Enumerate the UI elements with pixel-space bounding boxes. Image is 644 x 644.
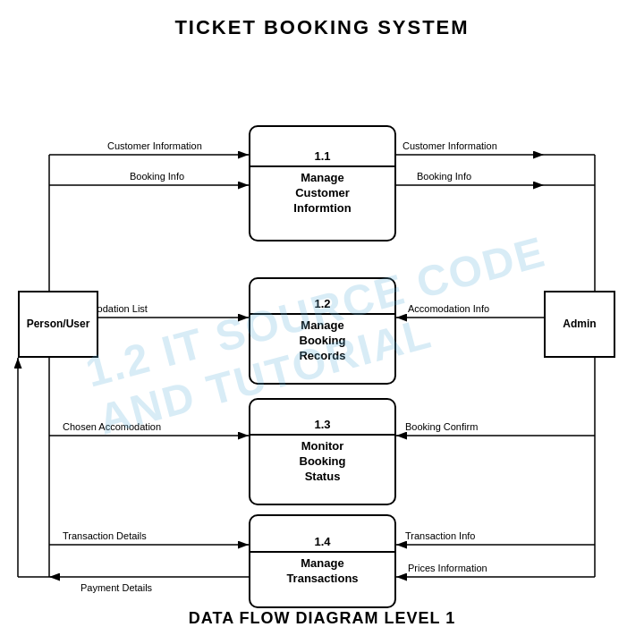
svg-text:Customer Information: Customer Information	[107, 140, 202, 151]
process-14-box: 1.4 ManageTransactions	[249, 514, 396, 608]
process-12-box: 1.2 ManageBookingRecords	[249, 277, 396, 385]
svg-text:Payment Details: Payment Details	[80, 582, 153, 593]
svg-text:Booking Info: Booking Info	[417, 171, 471, 182]
process-13-label: MonitorBookingStatus	[294, 436, 352, 488]
process-12-number: 1.2	[250, 294, 394, 315]
process-11-number: 1.1	[250, 147, 394, 167]
svg-text:Transaction Info: Transaction Info	[405, 530, 475, 541]
process-14-label: ManageTransactions	[281, 553, 363, 590]
person-user-label: Person/User	[21, 314, 96, 335]
svg-text:Prices Information: Prices Information	[408, 563, 487, 573]
svg-text:Accomodation Info: Accomodation Info	[408, 303, 489, 314]
page-subtitle: DATA FLOW DIAGRAM LEVEL 1	[0, 609, 644, 628]
page-title: TICKET BOOKING SYSTEM	[0, 0, 644, 48]
svg-text:Customer Information: Customer Information	[402, 140, 497, 151]
process-11-box: 1.1 ManageCustomerInformtion	[249, 125, 396, 242]
admin-box: Admin	[544, 291, 615, 358]
process-14-number: 1.4	[250, 532, 394, 553]
process-11-label: ManageCustomerInformtion	[288, 167, 356, 220]
process-13-number: 1.3	[250, 415, 394, 436]
svg-text:Booking Info: Booking Info	[130, 171, 184, 182]
process-12-label: ManageBookingRecords	[293, 315, 351, 368]
process-13-box: 1.3 MonitorBookingStatus	[249, 398, 396, 505]
svg-text:Chosen Accomodation: Chosen Accomodation	[63, 421, 161, 432]
person-user-box: Person/User	[18, 291, 98, 358]
svg-text:Transaction Details: Transaction Details	[63, 530, 147, 541]
admin-label: Admin	[557, 314, 601, 335]
svg-text:Booking Confirm: Booking Confirm	[405, 421, 478, 432]
